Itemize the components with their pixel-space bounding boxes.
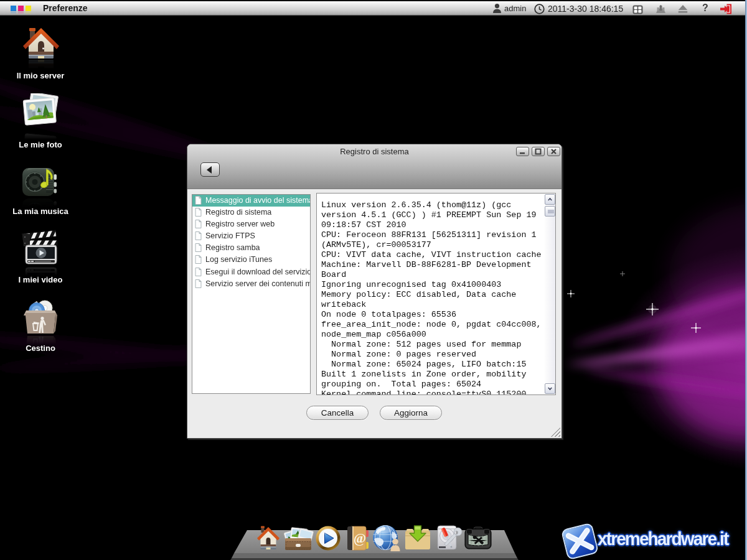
svg-text:@: @ bbox=[354, 530, 366, 546]
